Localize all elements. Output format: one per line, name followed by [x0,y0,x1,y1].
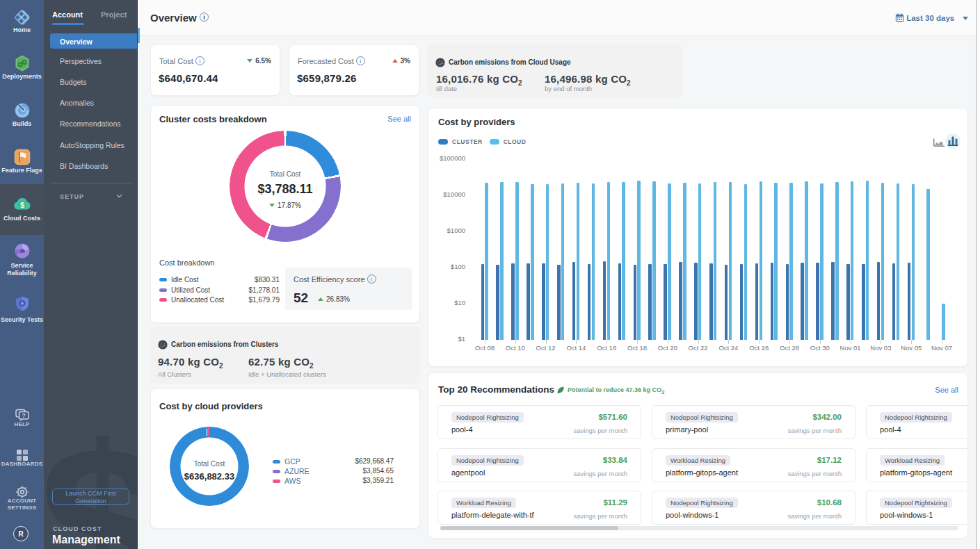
svg-text:$: $ [19,201,24,209]
svg-text:?: ? [22,412,25,419]
